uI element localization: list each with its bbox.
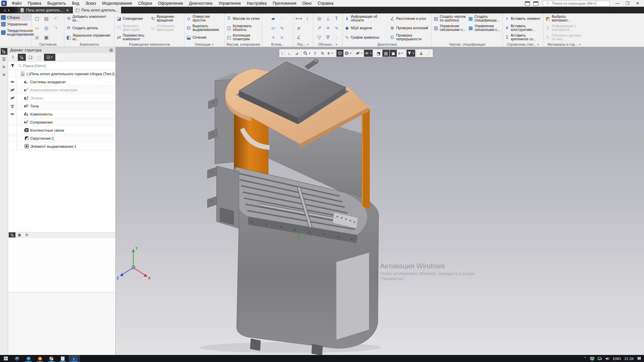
print-icon[interactable]: ▤ bbox=[43, 16, 50, 21]
expand-arrow-icon[interactable]: ▼ bbox=[16, 72, 20, 76]
group-label-components[interactable]: Компоненты bbox=[64, 42, 114, 47]
shaded-display-button[interactable] bbox=[336, 50, 343, 57]
notation-text-icon[interactable]: T bbox=[333, 16, 340, 21]
group-label-notation[interactable]: Обознач...▼ bbox=[313, 42, 342, 47]
new-document-icon[interactable]: ▢ bbox=[34, 16, 40, 21]
rotate-view-button[interactable]: ↻ bbox=[319, 50, 326, 57]
group-label-materials[interactable]: Материалы и сор...▼ bbox=[544, 42, 585, 47]
tree-row-extrusion[interactable]: Элемент выдавливания:1 bbox=[8, 142, 115, 150]
visibility-eye-off-icon[interactable] bbox=[8, 86, 17, 94]
aux-spline-icon[interactable]: ≈ bbox=[279, 35, 285, 40]
aux-curve-icon[interactable]: ∿ bbox=[279, 25, 285, 31]
taskbar-firefox[interactable] bbox=[34, 355, 46, 362]
notation-point-icon[interactable]: ∙ bbox=[333, 35, 340, 40]
undo-icon[interactable]: ↶ bbox=[52, 16, 59, 21]
expand-arrow-icon[interactable]: ▶ bbox=[17, 112, 24, 116]
tree-row-context-links[interactable]: ▶ @ Контекстные связи bbox=[8, 126, 115, 134]
section-button[interactable]: ⬓Сечение bbox=[185, 33, 224, 42]
view-filter-button[interactable]: ▼ bbox=[407, 50, 415, 57]
parameters-panel-button[interactable]: ☰ bbox=[1, 56, 7, 62]
menu-panel-button[interactable]: ≡ bbox=[1, 71, 7, 78]
material-info-button[interactable]: ℹИнформация о материале... bbox=[544, 23, 584, 33]
tree-sort-button[interactable]: ⒈ bbox=[9, 54, 17, 61]
menu-window[interactable]: Окно bbox=[299, 0, 315, 7]
viewport-3d[interactable]: Y X Z ⣿ ∟ ⊿ ▼ ⇧ ↻ ✛▼ ▼ ▼ ▼ ⬔ ▤ ◼ ≡▼ bbox=[116, 47, 644, 355]
clip-planes-button[interactable]: ▤ bbox=[382, 50, 389, 57]
coincide-button[interactable]: ◪Совпадение bbox=[115, 14, 150, 23]
disable-fixation-button[interactable]: ⊔Отключить фиксацию bbox=[150, 23, 184, 33]
expand-arrow-icon[interactable]: ▶ bbox=[17, 96, 24, 100]
notation-wave-icon[interactable]: ∿ bbox=[333, 25, 340, 31]
menu-help[interactable]: Справка bbox=[315, 0, 336, 7]
group-label-system[interactable]: Системная bbox=[32, 42, 64, 47]
visibility-eye-partial-icon[interactable] bbox=[8, 102, 17, 110]
print-preview-icon[interactable]: ◎ bbox=[43, 25, 50, 31]
move-view-button[interactable]: ✛▼ bbox=[326, 50, 334, 57]
distance-angle-button[interactable]: ∠Расстояние и угол bbox=[389, 14, 431, 23]
footer-variables-tab[interactable]: fx bbox=[23, 232, 30, 237]
expand-arrow-icon[interactable]: ▶ bbox=[17, 88, 24, 92]
expand-arrow-icon[interactable]: ▶ bbox=[17, 121, 24, 124]
variables-panel-button[interactable]: fx bbox=[1, 63, 7, 70]
notation-roughness-icon[interactable]: ◎ bbox=[316, 16, 323, 21]
tray-network-icon[interactable] bbox=[598, 357, 602, 361]
dim-radial-icon[interactable]: ↕ bbox=[304, 16, 311, 21]
visibility-scope-button[interactable]: ▼ bbox=[364, 50, 373, 57]
tree-search-input[interactable] bbox=[23, 64, 115, 68]
update-material-button[interactable]: ↻Обновить данные по мат... bbox=[544, 33, 584, 42]
add-component-button[interactable]: ⟲Добавить компонент из... bbox=[65, 14, 114, 23]
boiler-model[interactable] bbox=[200, 59, 381, 355]
tab-close-icon[interactable]: ✕ bbox=[65, 8, 69, 12]
mode-management[interactable]: Управление bbox=[0, 21, 32, 28]
copy-objects-button[interactable]: ◫Копировать объекты bbox=[225, 23, 261, 33]
tree-settings-gear-icon[interactable] bbox=[109, 48, 113, 52]
tree-row-components[interactable]: ▶ Компоненты bbox=[8, 110, 115, 118]
menu-management[interactable]: Управление bbox=[215, 0, 244, 7]
tray-volume-icon[interactable] bbox=[605, 357, 610, 361]
mass-properties-button[interactable]: ◆МЦХ модели bbox=[343, 23, 389, 33]
expand-arrow-icon[interactable]: ▶ bbox=[17, 129, 24, 132]
menu-assembly[interactable]: Сборка bbox=[135, 0, 155, 7]
menu-edit[interactable]: Правка bbox=[25, 0, 45, 7]
footer-grid-tab[interactable]: ▦ bbox=[16, 232, 23, 237]
close-button[interactable]: ✕ bbox=[633, 0, 643, 7]
menu-applications[interactable]: Приложения bbox=[270, 0, 299, 7]
rotation-rotation-button[interactable]: ↻Вращение-вращение bbox=[150, 14, 184, 23]
insert-construct-button[interactable]: #Вставить конструктивн... bbox=[503, 23, 543, 33]
restore-button[interactable]: ❐ bbox=[623, 0, 633, 7]
menu-view[interactable]: Вид bbox=[69, 0, 82, 7]
notation-datum-icon[interactable]: ▽ bbox=[316, 35, 323, 40]
menu-file[interactable]: Файл bbox=[9, 0, 25, 7]
tree-row-bodies[interactable]: ▶ Тела bbox=[8, 102, 115, 110]
tray-language[interactable]: ENG bbox=[613, 357, 621, 361]
save-icon[interactable]: ▣ bbox=[34, 35, 40, 40]
tree-selection-button[interactable]: ⬚ bbox=[35, 54, 43, 61]
menu-sketch[interactable]: Эскиз bbox=[82, 0, 99, 7]
tab-spec-document[interactable]: Печь котел длитель... bbox=[73, 7, 121, 13]
group-label-operations[interactable]: Операции▼ bbox=[184, 42, 224, 47]
move-component-button[interactable]: ⇄Переместить компонент bbox=[115, 33, 150, 42]
create-drawing-button[interactable]: ▤Создать чертеж по шаблону bbox=[432, 14, 467, 23]
create-spec-button[interactable]: ▦Создать спецификаци... bbox=[467, 14, 502, 23]
taskbar-notepad[interactable] bbox=[57, 355, 68, 362]
tree-row-mates[interactable]: ▶ Сопряжения bbox=[8, 118, 115, 126]
group-label-drawing[interactable]: Чертеж, спецификация bbox=[432, 42, 502, 47]
geometry-collection-button[interactable]: ◰Коллекция геометрии bbox=[225, 33, 261, 42]
tree-structure-button[interactable] bbox=[18, 54, 26, 61]
window-layout-icon[interactable] bbox=[525, 1, 530, 6]
footer-structure-tab[interactable] bbox=[9, 232, 15, 237]
menu-modeling[interactable]: Моделирование bbox=[99, 0, 135, 7]
group-label-array[interactable]: Массив, копирование bbox=[225, 42, 262, 47]
manage-linked-specs-button[interactable]: ▩Управление связанными с... bbox=[467, 23, 502, 33]
dim-linear-icon[interactable]: ⟷ bbox=[296, 16, 302, 21]
window-settings-icon[interactable] bbox=[533, 1, 538, 6]
filter-funnel-icon[interactable] bbox=[8, 63, 17, 68]
group-label-diagnostics[interactable]: Диагностика bbox=[343, 42, 431, 47]
visibility-eye-icon[interactable] bbox=[8, 110, 17, 118]
tree-row-sketches[interactable]: ▶ Эскизы bbox=[8, 94, 115, 102]
tab-assembly-document[interactable]: Печь котел длитель... ✕ bbox=[17, 7, 72, 13]
section-view-button[interactable]: ⬔ bbox=[375, 50, 382, 57]
continuity-check-button[interactable]: GПроверка непрерывности bbox=[389, 33, 431, 42]
grid-array-button[interactable]: ⠿Массив по сетке bbox=[225, 14, 261, 23]
tree-row-layout-geometry[interactable]: ▶ Компоновочная геометрия bbox=[8, 86, 115, 94]
